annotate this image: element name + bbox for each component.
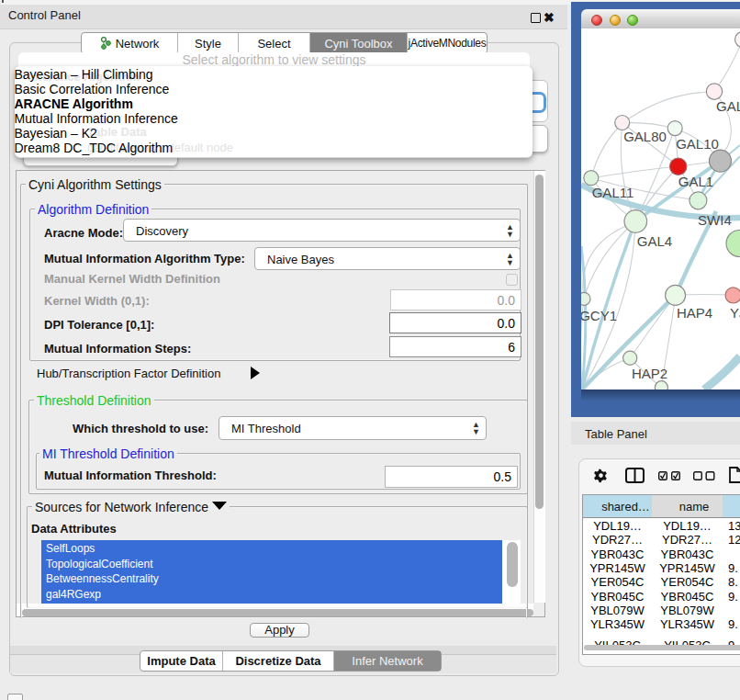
svg-text:SWI4: SWI4 xyxy=(698,212,732,228)
svg-text:GCY1: GCY1 xyxy=(581,308,617,323)
svg-text:GAL8: GAL8 xyxy=(716,98,740,114)
svg-text:YJ: YJ xyxy=(730,305,740,321)
svg-text:HAP4: HAP4 xyxy=(677,305,712,321)
svg-text:GAL4: GAL4 xyxy=(637,233,672,249)
svg-text:GAL11: GAL11 xyxy=(592,185,634,200)
svg-text:HAP2: HAP2 xyxy=(632,366,667,381)
svg-text:GAL80: GAL80 xyxy=(623,129,667,144)
svg-text:GAL10: GAL10 xyxy=(676,136,719,152)
svg-text:GAL1: GAL1 xyxy=(678,174,713,189)
